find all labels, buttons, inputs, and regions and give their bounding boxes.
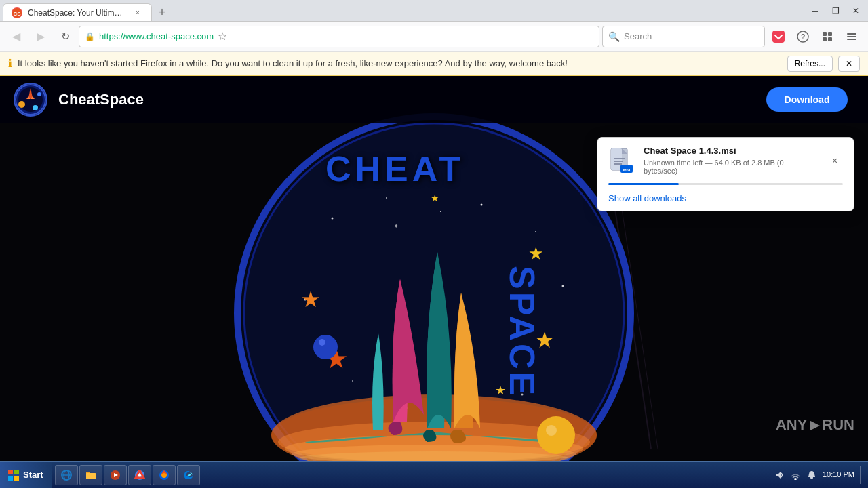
nav-right-buttons: ? — [768, 26, 863, 47]
svg-point-27 — [386, 197, 387, 199]
taskbar-item-ie[interactable] — [55, 465, 78, 485]
svg-rect-61 — [614, 158, 625, 159]
svg-text:SPACE: SPACE — [502, 266, 542, 398]
download-item: MSI Cheat Space 1.4.3.msi Unknown time l… — [597, 138, 854, 183]
back-button[interactable]: ◀ — [5, 26, 27, 47]
watermark-any: ANY — [776, 416, 807, 434]
show-all-downloads-link[interactable]: Show all downloads — [608, 193, 686, 203]
tab-title: CheatSpace: Your Ultimate Game... — [28, 8, 127, 18]
svg-text:?: ? — [801, 33, 806, 41]
svg-point-29 — [535, 231, 536, 232]
extensions-button[interactable] — [816, 26, 838, 47]
svg-text:★: ★ — [431, 192, 439, 203]
start-label: Start — [23, 470, 43, 480]
taskbar-item-explorer[interactable] — [79, 465, 102, 485]
active-tab[interactable]: CS CheatSpace: Your Ultimate Game... × — [3, 3, 152, 21]
secure-icon: 🔒 — [85, 32, 95, 41]
title-bar: CS CheatSpace: Your Ultimate Game... × +… — [0, 0, 868, 22]
svg-rect-67 — [14, 470, 19, 474]
svg-rect-63 — [614, 163, 622, 165]
site-logo — [14, 83, 47, 117]
folder-icon — [85, 470, 96, 481]
svg-text:★: ★ — [302, 289, 319, 310]
tab-favicon: CS — [12, 7, 22, 18]
svg-point-28 — [481, 204, 483, 206]
browser-window: CS CheatSpace: Your Ultimate Game... × +… — [0, 0, 868, 461]
tab-bar: CS CheatSpace: Your Ultimate Game... × + — [3, 0, 806, 21]
start-button[interactable]: Start — [0, 462, 52, 488]
volume-icon[interactable] — [774, 470, 785, 481]
network-icon[interactable] — [790, 470, 801, 481]
firefox-icon — [159, 470, 170, 481]
minimize-button[interactable]: ─ — [806, 3, 825, 18]
help-button[interactable]: ? — [792, 26, 814, 47]
new-tab-button[interactable]: + — [153, 3, 171, 21]
download-footer: Show all downloads — [597, 185, 854, 211]
download-info: Cheat Space 1.4.3.msi Unknown time left … — [644, 146, 818, 175]
anyrun-watermark: ANY ▶ RUN — [776, 416, 854, 434]
bookmark-star-icon[interactable]: ☆ — [218, 30, 227, 43]
restore-button[interactable]: ❐ — [826, 3, 845, 18]
watermark-play-icon: ▶ — [810, 418, 819, 432]
page-content: CheatSpace Download — [0, 76, 868, 461]
svg-text:MSI: MSI — [623, 168, 631, 172]
svg-point-23 — [33, 105, 38, 110]
svg-marker-79 — [776, 472, 781, 479]
edge-icon — [183, 470, 194, 481]
svg-point-32 — [352, 380, 353, 382]
download-popup: MSI Cheat Space 1.4.3.msi Unknown time l… — [597, 137, 854, 211]
taskbar-right: 10:10 PM — [768, 466, 868, 484]
notifications-icon[interactable] — [806, 470, 817, 481]
svg-rect-2 — [772, 30, 785, 43]
svg-rect-5 — [823, 32, 827, 36]
refresh-firefox-button[interactable]: Refres... — [787, 56, 833, 72]
svg-rect-9 — [847, 33, 856, 35]
window-controls: ─ ❐ ✕ — [806, 3, 865, 18]
svg-text:★: ★ — [529, 245, 543, 262]
svg-rect-66 — [8, 470, 13, 474]
search-bar[interactable]: 🔍 Search — [602, 26, 765, 47]
menu-button[interactable] — [841, 26, 863, 47]
media-player-icon — [110, 470, 121, 481]
tab-close-button[interactable]: × — [132, 7, 143, 18]
taskbar-item-firefox[interactable] — [153, 465, 176, 485]
info-icon: ℹ — [8, 57, 12, 70]
taskbar-item-edge[interactable] — [177, 465, 200, 485]
notification-text: It looks like you haven't started Firefo… — [18, 58, 782, 68]
taskbar-items — [52, 465, 768, 485]
svg-point-31 — [562, 285, 564, 287]
chrome-icon — [134, 470, 145, 481]
svg-rect-68 — [8, 476, 13, 481]
svg-rect-62 — [614, 161, 623, 162]
site-nav: Download — [155, 87, 854, 112]
svg-point-34 — [440, 211, 441, 212]
svg-rect-8 — [828, 37, 832, 41]
svg-point-43 — [313, 335, 338, 359]
download-file-icon: MSI — [608, 147, 635, 174]
close-button[interactable]: ✕ — [846, 3, 865, 18]
forward-button[interactable]: ▶ — [30, 26, 52, 47]
refresh-button[interactable]: ↻ — [54, 26, 76, 47]
taskbar-item-chrome[interactable] — [128, 465, 151, 485]
show-desktop-button[interactable] — [860, 466, 863, 484]
svg-point-26 — [332, 218, 334, 220]
ie-icon — [61, 470, 72, 481]
pocket-button[interactable] — [768, 26, 789, 47]
address-bar[interactable]: 🔒 https://www.cheat-space.com ☆ — [79, 26, 599, 47]
svg-point-21 — [18, 101, 25, 108]
windows-logo-icon — [8, 470, 19, 481]
search-icon: 🔍 — [608, 31, 620, 42]
download-close-button[interactable]: × — [827, 152, 843, 169]
taskbar-clock: 10:10 PM — [823, 470, 854, 479]
svg-text:CHEAT: CHEAT — [326, 149, 465, 188]
svg-rect-7 — [823, 37, 827, 41]
download-filename: Cheat Space 1.4.3.msi — [644, 146, 818, 156]
svg-rect-6 — [828, 32, 832, 36]
svg-rect-10 — [847, 36, 856, 37]
svg-text:✦: ✦ — [393, 222, 399, 230]
address-text: https://www.cheat-space.com — [99, 31, 214, 41]
svg-rect-11 — [847, 39, 856, 40]
dismiss-notification-button[interactable]: ✕ — [838, 56, 860, 72]
site-cta-button[interactable]: Download — [766, 87, 848, 112]
taskbar-item-media[interactable] — [104, 465, 127, 485]
